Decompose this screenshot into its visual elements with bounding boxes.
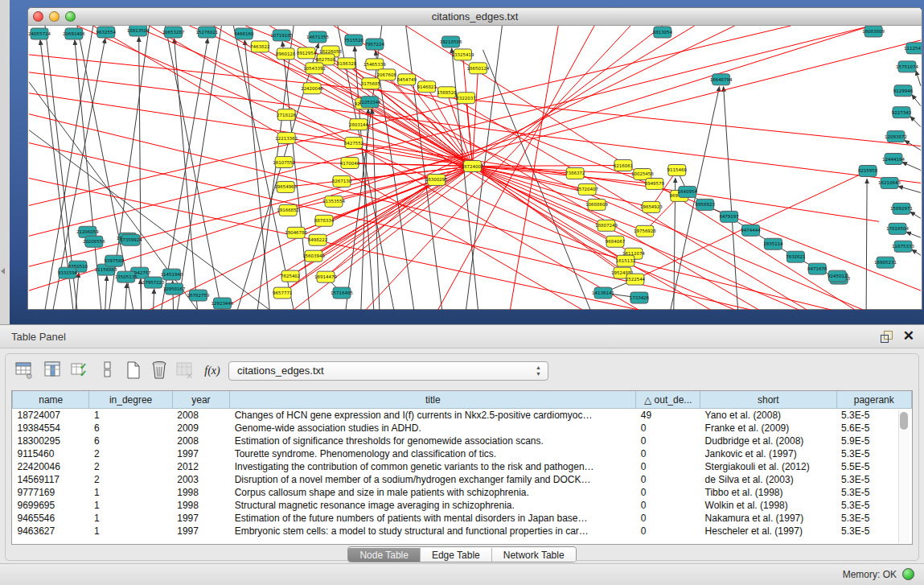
table-cell[interactable]: 2009 [172, 422, 229, 435]
table-cell[interactable]: 1 [89, 409, 172, 422]
network-edge[interactable] [76, 273, 79, 310]
table-cell[interactable]: 1997 [172, 512, 229, 525]
network-node[interactable]: 9397588 [105, 255, 125, 266]
table-cell[interactable]: Changes of HCN gene expression and I(f) … [230, 409, 636, 422]
table-cell[interactable]: 19384554 [13, 422, 89, 435]
table-cell[interactable]: 9465546 [13, 512, 89, 525]
table-row[interactable]: 969969511998Structural magnetic resonanc… [13, 499, 912, 512]
network-node[interactable]: 20206556 [83, 236, 105, 247]
network-edge[interactable] [282, 179, 436, 293]
network-node[interactable]: 16210643 [878, 177, 901, 188]
network-node[interactable]: 9115460 [667, 165, 688, 176]
table-cell[interactable]: 9699695 [13, 499, 89, 512]
network-edge[interactable] [105, 276, 107, 310]
table-row[interactable]: 1456911722003Disruption of a novel membe… [13, 473, 912, 486]
network-node[interactable]: 2935114 [763, 238, 783, 249]
network-node[interactable]: 7515526 [344, 35, 364, 46]
column-header-in_degree[interactable]: in_degree [89, 391, 172, 409]
table-cell[interactable]: 1998 [172, 486, 229, 499]
network-node[interactable]: 15276021 [196, 27, 219, 38]
table-scrollbar[interactable] [898, 410, 910, 543]
table-row[interactable]: 1830029562008Estimation of significance … [13, 435, 912, 447]
network-edge[interactable] [510, 26, 558, 310]
network-node[interactable]: 19218586 [440, 36, 462, 47]
network-node[interactable]: 8912954 [297, 47, 317, 59]
network-node[interactable]: 11675333 [892, 241, 914, 252]
network-node[interactable]: 9129946 [893, 85, 914, 97]
network-node[interactable]: 18807249 [595, 220, 618, 231]
table-cell[interactable]: 2012 [172, 460, 229, 473]
network-edge[interactable] [314, 68, 472, 167]
row-height-icon[interactable] [97, 360, 118, 381]
network-node[interactable]: 15892971 [890, 203, 913, 214]
column-header-short[interactable]: short [700, 391, 836, 409]
table-cell[interactable]: 9777169 [13, 486, 89, 499]
network-edge[interactable] [916, 71, 921, 86]
network-node[interactable]: 6216061 [614, 160, 633, 171]
network-node[interactable]: 13325419 [452, 49, 474, 60]
network-edge[interactable] [906, 232, 921, 237]
network-node[interactable]: 10543392 [303, 63, 326, 74]
network-node[interactable]: 8813054 [653, 27, 673, 38]
network-node[interactable]: 9684067 [606, 236, 626, 247]
network-node[interactable]: 7625402 [281, 270, 300, 282]
network-edge[interactable] [902, 163, 921, 171]
table-cell[interactable]: Tourette syndrome. Phenomenology and cla… [230, 447, 636, 460]
collapse-arrow-icon[interactable] [1, 268, 5, 274]
network-node[interactable]: 10653287 [162, 27, 185, 38]
table-row[interactable]: 946362711997Embryonic stem cells: a mode… [13, 525, 912, 538]
network-node[interactable]: 16905231 [874, 257, 897, 268]
network-node[interactable]: 7463822 [250, 41, 269, 52]
table-cell[interactable]: Hescheler et al. (1997) [700, 525, 836, 538]
network-node[interactable]: 10719185 [270, 30, 293, 41]
network-node[interactable]: 17359924 [120, 234, 142, 245]
network-edge[interactable] [178, 26, 222, 310]
network-node[interactable]: 16782759 [187, 290, 210, 301]
table-cell[interactable]: 1997 [172, 447, 229, 460]
table-cell[interactable]: 0 [636, 486, 700, 499]
table-cell[interactable]: Estimation of significance thresholds fo… [230, 435, 636, 447]
table-cell[interactable]: 6 [89, 435, 172, 447]
network-node[interactable]: 18724007 [462, 161, 484, 172]
network-node[interactable]: 2067608 [377, 69, 397, 80]
network-node[interactable]: 10688609 [585, 199, 608, 210]
network-node[interactable]: 17016504 [886, 223, 909, 234]
column-header-title[interactable]: title [230, 391, 636, 409]
table-cell[interactable]: 1998 [172, 499, 229, 512]
network-node[interactable]: 8186328 [337, 58, 357, 69]
function-builder-icon[interactable]: f(x) [202, 360, 223, 381]
table-cell[interactable]: Corpus callosum shape and size in male p… [230, 486, 636, 499]
float-panel-icon[interactable] [881, 331, 892, 342]
network-node[interactable]: 19166852 [277, 204, 299, 216]
network-node[interactable]: 12923446 [211, 298, 233, 309]
network-node[interactable]: 8958923 [696, 199, 716, 210]
network-node[interactable]: 15465339 [363, 59, 386, 70]
table-cell[interactable]: 1 [89, 499, 172, 512]
network-edge[interactable] [473, 167, 626, 262]
network-node[interactable]: 12213363 [275, 133, 298, 144]
network-edge[interactable] [473, 166, 623, 167]
network-node[interactable]: 1588520 [437, 87, 457, 98]
network-edge[interactable] [912, 249, 921, 255]
network-edge[interactable] [288, 167, 472, 211]
table-cell[interactable]: 0 [636, 525, 700, 538]
memory-status-indicator[interactable] [902, 568, 914, 580]
table-cell[interactable]: 2 [89, 447, 172, 460]
table-cell[interactable]: Yano et al. (2008) [700, 409, 836, 422]
window-titlebar[interactable]: citations_edges.txt [28, 8, 922, 26]
network-node[interactable]: 24055724 [28, 28, 51, 39]
table-selector-dropdown[interactable]: citations_edges.txt ▲▼ [228, 361, 548, 381]
network-node[interactable]: 7632821 [786, 251, 805, 262]
network-edge[interactable] [910, 117, 921, 127]
table-cell[interactable]: de Silva et al. (2003) [700, 473, 836, 486]
network-node[interactable]: 19654923 [640, 201, 663, 212]
table-row[interactable]: 977716911998Corpus callosum shape and si… [13, 486, 912, 499]
table-cell[interactable]: 0 [636, 512, 700, 525]
network-node[interactable]: 9227343 [892, 107, 912, 118]
network-edge[interactable] [286, 138, 472, 167]
table-cell[interactable]: 0 [636, 473, 700, 486]
table-cell[interactable]: Dudbridge et al. (2008) [700, 435, 836, 447]
network-node[interactable]: 15751074 [896, 61, 918, 72]
network-node[interactable]: 12093872 [885, 131, 907, 142]
table-cell[interactable]: 2 [89, 473, 172, 486]
